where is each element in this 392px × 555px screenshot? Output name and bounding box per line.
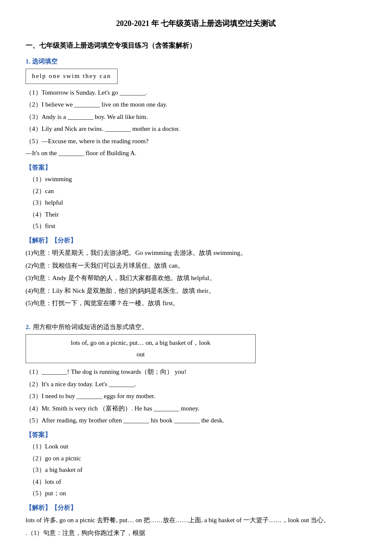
q2-q3: （3）I need to buy ________ eggs for my mo…: [26, 391, 366, 402]
q2-a1: （1）Look out: [29, 441, 366, 452]
q1-ana1: (1)句意：明天星期天，我们去游泳吧。Go swimming 去游泳。故填 sw…: [26, 248, 366, 259]
q1-a2: （2）can: [29, 186, 366, 197]
question-2: 2. 用方框中所给词或短语的适当形式填空。 lots of, go on a p…: [26, 317, 366, 539]
q2-a3: （3）a big basket of: [29, 465, 366, 476]
q1-q5b: —It's on the ________ floor of Building …: [26, 148, 366, 159]
q1-a3: （3）helpful: [29, 197, 366, 208]
q2-q5: （5）After reading, my brother often _____…: [26, 415, 366, 426]
q2-q4: （4）Mr. Smith is very rich （富裕的）. He has …: [26, 403, 366, 414]
q1-a4: （4）Their: [29, 209, 366, 220]
q2-answers: （1）Look out （2）go on a picnic （3）a big b…: [26, 441, 366, 499]
q1-sub-label: 选词填空: [32, 58, 58, 65]
q2-a2: （2）go on a picnic: [29, 453, 366, 464]
q2-q2: （2）It's a nice day today. Let's ________…: [26, 379, 366, 390]
q1-q3: （3）Andy is a ________ boy. We all like h…: [26, 112, 366, 123]
q2-analysis: lots of 许多, go on a picnic 去野餐, put… on …: [26, 515, 366, 538]
q2-ana-intro: lots of 许多, go on a picnic 去野餐, put… on …: [26, 515, 366, 526]
q1-ana2: (2)句意：我相信有一天我们可以去月球居住。故填 can。: [26, 260, 366, 272]
q1-q5a: （5）—Excuse me, where is the reading room…: [26, 136, 366, 147]
q1-ana4: (4)句意：Lily 和 Nick 是双胞胎，他们的妈妈是名医生。故填 thei…: [26, 286, 366, 297]
q1-a1: （1）swimming: [29, 174, 366, 185]
q1-analysis: (1)句意：明天星期天，我们去游泳吧。Go swimming 去游泳。故填 sw…: [26, 248, 366, 309]
q2-label: 2.: [26, 322, 30, 333]
q2-a5: （5）put；on: [29, 488, 366, 499]
q1-label: 1. 选词填空: [26, 56, 366, 67]
q2-answer-label: 【答案】: [26, 430, 366, 441]
q1-ana5: (5)句意：打扰一下，阅览室在哪？在一楼。故填 first。: [26, 298, 366, 309]
question-1: 1. 选词填空 help one swim they can （1）Tomorr…: [26, 56, 366, 309]
q2-q1: （1）________! The dog is running towards（…: [26, 367, 366, 378]
q2-a4: （4）lots of: [29, 477, 366, 488]
q1-questions: （1）Tomorrow is Sunday. Let's go ________…: [26, 87, 366, 159]
q1-word-box: help one swim they can: [26, 69, 118, 84]
q2-word-box: lots of, go on a picnic, put… on, a big …: [26, 334, 256, 363]
section1-heading: 一、七年级英语上册选词填空专项目练习（含答案解析）: [26, 40, 366, 51]
q2-questions: （1）________! The dog is running towards（…: [26, 367, 366, 426]
q2-sub-label: 用方框中所给词或短语的适当形式填空。: [33, 322, 148, 333]
q1-q4: （4）Lily and Nick are twins. ________ mot…: [26, 124, 366, 135]
q1-answers: （1）swimming （2）can （3）helpful （4）Their （…: [26, 174, 366, 232]
page-title: 2020-2021 年 七年级英语上册选词填空过关测试: [26, 17, 366, 30]
q1-analysis-label: 【解析】【分析】: [26, 235, 366, 246]
q1-number: 1.: [26, 58, 30, 65]
q1-a5: （5）first: [29, 221, 366, 232]
q1-answer-label: 【答案】: [26, 162, 366, 173]
q2-ana1: .（1）句意：注意，狗向你跑过来了，根据: [26, 528, 366, 539]
q1-ana3: (3)句意：Andy 是个有帮助的人，我们大家都喜欢他。故填 helpful。: [26, 273, 366, 284]
q2-analysis-label: 【解析】【分析】: [26, 503, 366, 514]
q1-q2: （2）I believe we ________ live on the moo…: [26, 99, 366, 110]
q1-q1: （1）Tomorrow is Sunday. Let's go ________…: [26, 87, 366, 98]
